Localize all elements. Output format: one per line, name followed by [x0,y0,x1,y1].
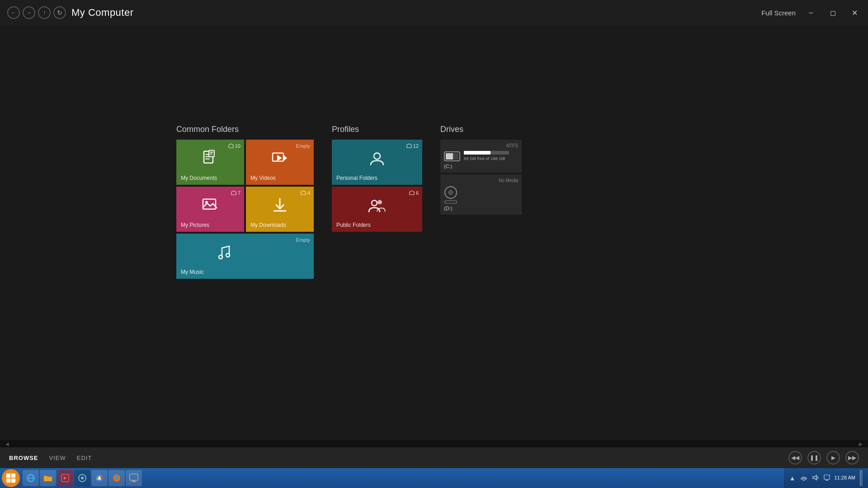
public-icon [368,197,386,217]
scroll-left-button[interactable]: ◀ [4,440,11,447]
scroll-right-button[interactable]: ▶ [857,440,864,447]
bottom-toolbar: BROWSE VIEW EDIT ◀◀ ❚❚ ▶ ▶▶ [0,447,868,468]
svg-rect-6 [210,154,212,155]
svg-marker-9 [277,155,282,161]
taskbar-item-chrome[interactable] [91,470,108,486]
svg-rect-25 [445,201,457,203]
documents-tile-label: My Documents [181,175,217,181]
start-button[interactable] [2,469,20,487]
svg-point-44 [803,479,804,481]
downloads-count: 4 [301,190,310,196]
svg-point-40 [115,476,118,480]
music-empty: Empty [296,237,310,243]
dvd-disc-icon [444,186,458,199]
next-button[interactable]: ▶▶ [845,451,859,465]
pause-button[interactable]: ❚❚ [807,451,821,465]
documents-icon [202,150,219,171]
app-title: My Computer [71,7,134,19]
svg-point-17 [372,200,377,206]
videos-empty: Empty [296,143,310,149]
up-button[interactable]: ↑ [38,6,51,19]
hdd-icon [444,151,460,162]
tile-public-folders[interactable]: 6 Public Folders [332,187,422,232]
documents-count: 10 [228,143,241,149]
c-drive-icon-row: 69 GB free of 168 GB [444,151,518,162]
videos-tile-label: My Videos [250,175,276,181]
tile-my-pictures[interactable]: 7 My Pictures [176,187,244,232]
personal-icon [369,150,385,170]
c-drive-card[interactable]: NTFS 69 GB free of 168 GB (C:) [440,140,522,173]
dvd-tray-icon [444,200,457,204]
svg-marker-34 [64,476,67,480]
svg-rect-28 [6,479,10,483]
d-drive-media-label: No Media [444,178,518,183]
edit-button[interactable]: EDIT [77,455,92,461]
public-tile-label: Public Folders [336,222,371,228]
nav-buttons: ← → ↑ ↻ [7,6,66,19]
svg-rect-27 [11,474,15,478]
tile-my-downloads[interactable]: 4 My Downloads [246,187,314,232]
svg-point-24 [450,192,452,193]
play-button[interactable]: ▶ [826,451,840,465]
taskbar-right: ▲ 11:28 AM [784,468,868,488]
drives-label: Drives [440,125,522,134]
c-drive-fs-label: NTFS [444,143,518,148]
tile-my-music[interactable]: Empty My Music [176,234,314,279]
profiles-label: Profiles [332,125,422,134]
taskbar-item-steam[interactable] [74,470,90,486]
common-folders-label: Common Folders [176,125,314,134]
common-folders-grid: 10 My Documents Empty My Videos [176,140,314,279]
tray-arrow[interactable]: ▲ [789,474,796,482]
d-drive-letter: (D:) [444,206,518,211]
tile-my-documents[interactable]: 10 My Documents [176,140,244,185]
maximize-button[interactable]: ◻ [826,6,839,19]
tile-my-videos[interactable]: Empty My Videos [246,140,314,185]
c-drive-progress [464,151,509,155]
window-controls: Full Screen – ◻ ✕ [761,6,861,19]
prev-button[interactable]: ◀◀ [788,451,802,465]
videos-icon [271,150,288,171]
tray-volume[interactable] [812,474,819,482]
refresh-button[interactable]: ↻ [53,6,66,19]
svg-point-15 [226,253,230,257]
personal-tile-label: Personal Folders [336,175,377,181]
pictures-icon [202,197,219,218]
svg-rect-41 [130,474,138,480]
drives-section: Drives NTFS 69 GB free of 168 GB [440,125,522,216]
d-drive-card[interactable]: No Media (D:) [440,174,522,215]
tile-personal-folders[interactable]: 12 Personal Folders [332,140,422,185]
c-drive-letter: (C:) [444,164,518,169]
svg-point-14 [219,255,222,259]
taskbar-item-firefox[interactable] [108,470,125,486]
taskbar-item-ie[interactable] [23,470,39,486]
media-controls: ◀◀ ❚❚ ▶ ▶▶ [788,451,859,465]
taskbar-item-media[interactable] [57,470,73,486]
c-drive-fill [464,151,491,155]
browse-button[interactable]: BROWSE [9,455,38,461]
taskbar-item-settings[interactable] [126,470,142,486]
taskbar-item-folder[interactable] [40,470,56,486]
music-icon [216,244,233,265]
svg-marker-8 [284,155,287,161]
clock[interactable]: 11:28 AM [835,474,855,481]
tray-network[interactable] [800,474,807,482]
svg-marker-45 [813,475,816,480]
pictures-count: 7 [231,190,241,196]
profiles-section: Profiles 12 Personal Folders [332,125,422,232]
svg-rect-46 [824,475,830,479]
profiles-grid: 12 Personal Folders [332,140,422,232]
back-button[interactable]: ← [7,6,20,19]
tray-display[interactable] [824,474,830,482]
view-button[interactable]: VIEW [49,455,66,461]
svg-point-36 [81,477,84,479]
svg-rect-26 [6,474,10,478]
close-button[interactable]: ✕ [848,6,861,19]
fullscreen-label[interactable]: Full Screen [761,9,796,17]
minimize-button[interactable]: – [805,6,817,19]
taskbar: ▲ 11:28 AM [0,468,868,488]
forward-button[interactable]: → [23,6,35,19]
show-desktop-button[interactable] [860,470,863,486]
svg-point-16 [374,153,380,159]
d-drive-icon-row [444,186,518,204]
scroll-bar-area: ◀ ▶ [0,440,868,447]
